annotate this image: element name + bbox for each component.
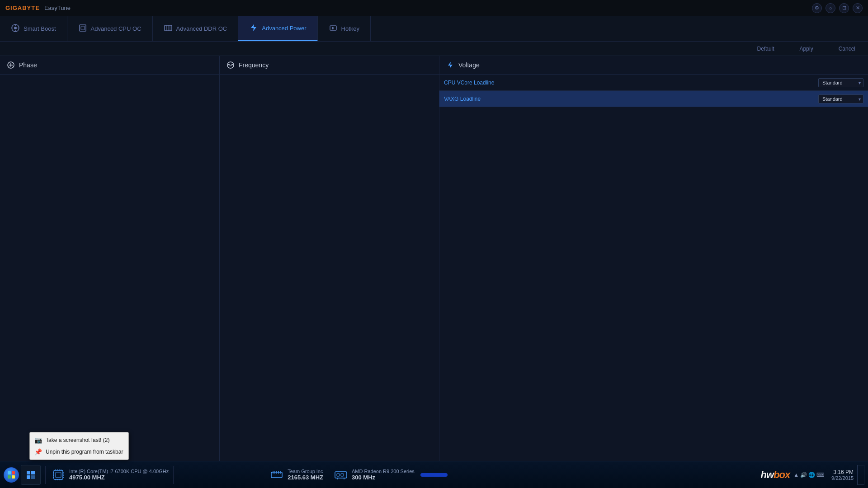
svg-rect-20: [8, 471, 11, 474]
gpu-icon: [333, 467, 349, 483]
svg-marker-19: [448, 62, 453, 68]
svg-rect-7: [81, 26, 85, 30]
systray-icons: ▲ 🔊 🌐 ⌨: [793, 472, 824, 478]
cpu-label: Intel(R) Core(TM) i7-6700K CPU @ 4.00GHz: [69, 469, 169, 474]
popup-unpin[interactable]: 📌 Unpin this program from taskbar: [30, 446, 128, 458]
gpu-label: AMD Radeon R9 200 Series: [352, 469, 415, 474]
svg-rect-29: [56, 472, 61, 478]
tab-hotkey[interactable]: K Hotkey: [318, 16, 371, 41]
start-button[interactable]: [4, 467, 19, 483]
phase-panel-header: Phase: [0, 56, 219, 75]
taskbar-item-1[interactable]: [21, 465, 41, 485]
popup-unpin-label: Unpin this program from taskbar: [46, 449, 123, 455]
tab-advanced-power[interactable]: Advanced Power: [238, 16, 317, 41]
svg-text:K: K: [332, 27, 334, 30]
svg-rect-59: [341, 474, 344, 476]
nav-tabs: Smart Boost Advanced CPU OC Advanced DDR…: [0, 16, 868, 42]
memory-label: Team Group Inc: [288, 469, 323, 474]
window-controls: ⚙ ○ ⊡ ✕: [812, 3, 863, 13]
cancel-button[interactable]: Cancel: [835, 44, 859, 54]
brand-logo: GIGABYTE: [5, 5, 40, 11]
gpu-text: AMD Radeon R9 200 Series 300 MHz: [352, 469, 415, 481]
apply-button[interactable]: Apply: [796, 44, 817, 54]
popup-screenshot[interactable]: 📷 Take a screenshot fast! (2): [30, 434, 128, 446]
svg-rect-58: [337, 474, 340, 476]
systray-icon-4: ⌨: [816, 472, 824, 478]
advanced-cpu-oc-icon: [78, 23, 87, 34]
tab-smart-boost[interactable]: Smart Boost: [0, 16, 67, 41]
unpin-icon: 📌: [34, 448, 42, 455]
memory-icon: [269, 467, 285, 483]
divider-2: [173, 466, 174, 484]
info-button[interactable]: ○: [826, 3, 835, 13]
advanced-ddr-oc-icon: [164, 23, 173, 34]
svg-rect-28: [54, 470, 63, 479]
screenshot-icon: 📷: [34, 436, 42, 444]
tab-advanced-ddr-oc-label: Advanced DDR OC: [176, 25, 227, 32]
popup-screenshot-label: Take a screenshot fast! (2): [46, 437, 109, 443]
memory-value: 2165.63 MHZ: [288, 474, 323, 481]
phase-title: Phase: [19, 61, 37, 69]
svg-rect-24: [27, 471, 30, 474]
cpu-vcore-row: CPU VCore Loadline Standard High Low: [439, 75, 868, 91]
taskbar-items: [21, 465, 41, 485]
vaxg-select-wrapper: Standard High Low: [818, 94, 863, 103]
cpu-vcore-select[interactable]: Standard High Low: [818, 78, 863, 87]
systray: ▲ 🔊 🌐 ⌨: [793, 472, 824, 478]
voltage-icon: [446, 61, 455, 70]
divider-1: [45, 466, 46, 484]
svg-rect-23: [12, 475, 15, 479]
main-content: Phase Frequency Voltage CPU VCore Loadli…: [0, 56, 868, 461]
phase-panel: Phase: [0, 56, 220, 461]
cpu-icon: [50, 467, 66, 483]
action-bar: Default Apply Cancel: [0, 42, 868, 56]
systray-icon-2: 🔊: [800, 472, 807, 478]
cpu-vcore-select-wrapper: Standard High Low: [818, 78, 863, 87]
svg-rect-22: [8, 475, 11, 479]
default-button[interactable]: Default: [754, 44, 778, 54]
gpu-value: 300 MHz: [352, 474, 415, 481]
taskbar-right: hwbox ▲ 🔊 🌐 ⌨ 3:16 PM 9/22/2015: [760, 465, 864, 485]
show-desktop-button[interactable]: [857, 465, 864, 485]
advanced-power-icon: [249, 23, 258, 34]
title-bar: GIGABYTE EasyTune ⚙ ○ ⊡ ✕: [0, 0, 868, 16]
vaxg-label: VAXG Loadline: [444, 96, 818, 102]
vaxg-row: VAXG Loadline Standard High Low: [439, 91, 868, 107]
tab-smart-boost-label: Smart Boost: [24, 25, 56, 32]
restore-button[interactable]: ⊡: [839, 3, 849, 13]
svg-rect-27: [31, 475, 35, 479]
voltage-panel: Voltage CPU VCore Loadline Standard High…: [439, 56, 868, 461]
svg-point-1: [14, 27, 17, 29]
svg-rect-21: [12, 471, 15, 474]
systray-icon-1: ▲: [793, 472, 799, 478]
scroll-indicator: [420, 473, 448, 477]
hwbox-logo: hwbox: [760, 469, 790, 481]
taskbar: 📷 Take a screenshot fast! (2) 📌 Unpin th…: [0, 461, 868, 488]
hotkey-icon: K: [329, 23, 338, 34]
svg-rect-25: [31, 471, 35, 474]
taskbar-popup: 📷 Take a screenshot fast! (2) 📌 Unpin th…: [29, 432, 129, 460]
voltage-panel-header: Voltage: [439, 56, 868, 75]
cpu-text: Intel(R) Core(TM) i7-6700K CPU @ 4.00GHz…: [69, 469, 169, 481]
close-button[interactable]: ✕: [853, 3, 863, 13]
clock: 3:16 PM 9/22/2015: [831, 469, 854, 481]
frequency-icon: [226, 61, 235, 70]
svg-marker-12: [251, 24, 256, 31]
voltage-title: Voltage: [458, 61, 480, 69]
svg-rect-6: [80, 25, 86, 31]
frequency-title: Frequency: [239, 61, 269, 69]
gpu-info: AMD Radeon R9 200 Series 300 MHz: [333, 467, 415, 483]
settings-button[interactable]: ⚙: [812, 3, 822, 13]
smart-boost-icon: [11, 23, 20, 34]
clock-time: 3:16 PM: [831, 469, 854, 475]
cpu-info: Intel(R) Core(TM) i7-6700K CPU @ 4.00GHz…: [50, 467, 169, 483]
tab-advanced-cpu-oc[interactable]: Advanced CPU OC: [67, 16, 153, 41]
tab-advanced-ddr-oc[interactable]: Advanced DDR OC: [153, 16, 239, 41]
app-name: EasyTune: [44, 5, 71, 11]
clock-date: 9/22/2015: [831, 475, 854, 481]
tab-hotkey-label: Hotkey: [341, 25, 359, 32]
frequency-panel-header: Frequency: [220, 56, 439, 75]
cpu-vcore-label: CPU VCore Loadline: [444, 80, 818, 86]
vaxg-select[interactable]: Standard High Low: [818, 94, 863, 103]
memory-text: Team Group Inc 2165.63 MHZ: [288, 469, 323, 481]
